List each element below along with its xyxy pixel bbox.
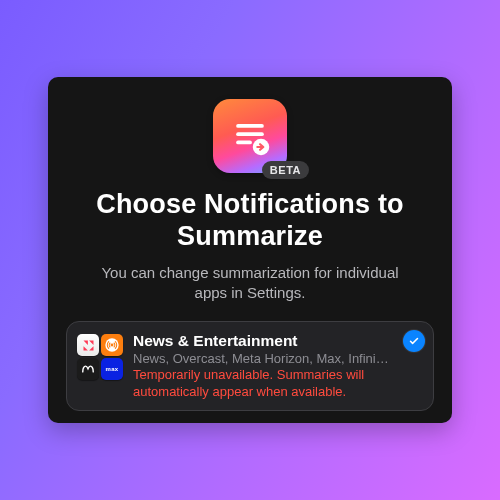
svg-point-5 <box>111 344 114 347</box>
category-news-entertainment[interactable]: max News & Entertainment News, Overcast,… <box>66 321 434 411</box>
max-icon: max <box>101 358 123 380</box>
category-warning: Temporarily unavailable. Summaries will … <box>133 367 395 400</box>
category-app-grid: max <box>77 334 123 380</box>
hero-icon-wrap: BETA <box>213 99 287 173</box>
apple-news-icon <box>77 334 99 356</box>
category-title: News & Entertainment <box>133 332 395 350</box>
checkmark-icon <box>408 335 420 347</box>
meta-horizon-icon <box>77 358 99 380</box>
notification-summarize-card: BETA Choose Notifications to Summarize Y… <box>48 77 452 423</box>
category-body: News & Entertainment News, Overcast, Met… <box>133 332 395 400</box>
summarize-glyph-icon <box>228 114 272 158</box>
page-subtitle: You can change summarization for individ… <box>96 263 404 304</box>
page-title: Choose Notifications to Summarize <box>76 189 424 253</box>
overcast-icon <box>101 334 123 356</box>
beta-badge: BETA <box>262 161 309 179</box>
category-apps-list: News, Overcast, Meta Horizon, Max, Infin… <box>133 351 395 366</box>
category-selected-checkmark[interactable] <box>403 330 425 352</box>
